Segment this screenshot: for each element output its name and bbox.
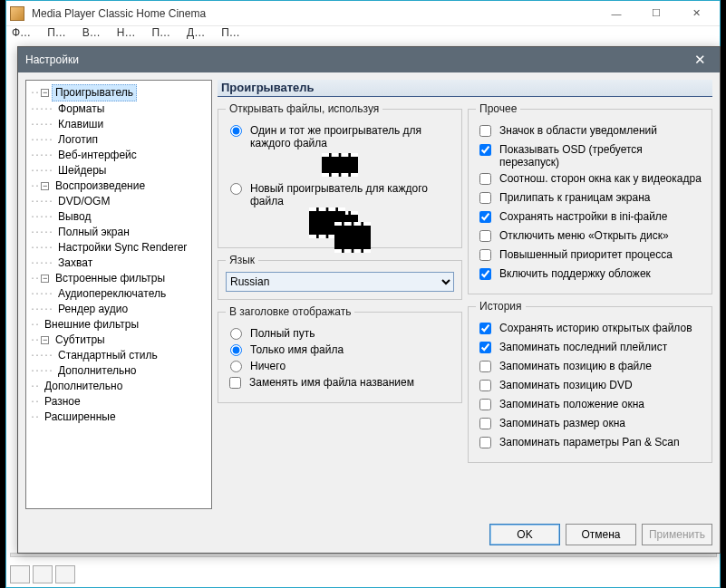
other-label-7: Включить поддержку обложек — [499, 267, 704, 280]
other-check-1[interactable] — [479, 144, 491, 156]
menu-item-1[interactable]: П… — [47, 26, 66, 44]
title-file-radio[interactable] — [230, 344, 242, 356]
tree-item[interactable]: ····· Рендер аудио — [28, 302, 209, 317]
tree-item[interactable]: ····· Стандартный стиль — [28, 348, 209, 363]
menu-item-5[interactable]: Д… — [187, 26, 205, 44]
tree-twisty-icon[interactable]: − — [41, 182, 49, 190]
other-check-7[interactable] — [479, 268, 491, 280]
tree-item[interactable]: ····· Логотип — [28, 132, 209, 148]
menu-item-6[interactable]: П… — [221, 26, 240, 44]
tree-item[interactable]: ··Внешние фильтры — [28, 317, 209, 333]
cancel-button[interactable]: Отмена — [566, 524, 636, 545]
tree-item-label: Стандартный стиль — [54, 348, 161, 363]
other-label-1: Показывать OSD (требуется перезапуск) — [499, 143, 704, 169]
open-new-label: Новый проигрыватель для каждого файла — [250, 182, 454, 207]
tree-item[interactable]: ····· DVD/OGM — [28, 194, 209, 209]
player-controls — [10, 565, 75, 583]
title-file-label: Только имя файла — [250, 343, 454, 356]
other-label-2: Соотнош. сторон окна как у видеокадра — [499, 172, 704, 185]
tree-item[interactable]: ····· Веб-интерфейс — [28, 148, 209, 163]
history-check-6[interactable] — [479, 437, 491, 448]
title-none-radio[interactable] — [230, 361, 242, 372]
history-check-5[interactable] — [479, 418, 491, 429]
tree-twisty-icon[interactable]: − — [41, 89, 49, 97]
tree-item[interactable]: ····· Вывод — [28, 209, 209, 225]
tree-item-label: Полный экран — [54, 225, 133, 240]
tree-item[interactable]: ··−Проигрыватель — [28, 84, 209, 101]
title-full-label: Полный путь — [250, 327, 454, 340]
tree-item-label: Встроенные фильтры — [52, 271, 169, 286]
tree-item-label: Дополнительно — [54, 363, 140, 379]
tree-item-label: Логотип — [54, 132, 102, 148]
tree-twisty-icon[interactable]: − — [41, 275, 49, 283]
title-display-legend: В заголовке отображать — [226, 305, 354, 318]
title-display-group: В заголовке отображать Полный путь Тольк… — [218, 305, 462, 403]
maximize-button[interactable]: ☐ — [636, 2, 676, 25]
other-check-5[interactable] — [479, 230, 491, 242]
tree-item-label: Вывод — [54, 209, 94, 225]
other-check-4[interactable] — [479, 211, 491, 223]
tree-item-label: Рендер аудио — [54, 302, 131, 317]
tree-item[interactable]: ··−Субтитры — [28, 333, 209, 348]
dialog-titlebar: Настройки ✕ — [18, 47, 720, 72]
tree-twisty-icon[interactable]: − — [41, 336, 49, 344]
tree-item[interactable]: ····· Шейдеры — [28, 163, 209, 178]
pause-button[interactable] — [33, 565, 53, 583]
tree-item[interactable]: ··Дополнительно — [28, 379, 209, 394]
other-check-0[interactable] — [479, 125, 491, 137]
title-replace-label: Заменять имя файла названием — [249, 376, 454, 389]
menu-item-4[interactable]: П… — [151, 26, 170, 44]
tree-item[interactable]: ····· Полный экран — [28, 225, 209, 240]
seek-scrubber[interactable] — [10, 553, 717, 562]
tree-item[interactable]: ··Расширенные — [28, 410, 209, 425]
panel-title: Проигрыватель — [218, 80, 712, 97]
language-group: Язык Russian — [218, 254, 462, 300]
stop-button[interactable] — [55, 565, 75, 583]
tree-item[interactable]: ····· Клавиши — [28, 117, 209, 132]
close-button[interactable]: ✕ — [676, 2, 716, 25]
history-group: История Сохранять историю открытых файло… — [468, 300, 712, 463]
menu-item-0[interactable]: Ф… — [12, 26, 31, 44]
history-check-4[interactable] — [479, 399, 491, 410]
settings-tree[interactable]: ··−Проигрыватель····· Форматы····· Клави… — [25, 80, 212, 509]
title-replace-check[interactable] — [229, 377, 241, 389]
open-same-radio[interactable] — [230, 125, 242, 137]
settings-dialog: Настройки ✕ ··−Проигрыватель····· Формат… — [17, 46, 721, 554]
main-titlebar: Media Player Classic Home Cinema — ☐ ✕ — [6, 1, 720, 26]
settings-panel: Проигрыватель Открывать файлы, используя… — [218, 80, 712, 509]
apply-button[interactable]: Применить — [642, 524, 712, 545]
other-check-2[interactable] — [479, 173, 491, 185]
history-check-3[interactable] — [479, 380, 491, 391]
other-label-5: Отключить меню «Открыть диск» — [499, 229, 704, 242]
other-legend: Прочее — [476, 102, 520, 115]
history-check-2[interactable] — [479, 361, 491, 372]
tree-item-label: Расширенные — [41, 410, 120, 425]
dialog-title: Настройки — [25, 53, 687, 66]
tree-item[interactable]: ····· Захват — [28, 255, 209, 271]
history-check-1[interactable] — [479, 342, 491, 353]
tree-item[interactable]: ····· Дополнительно — [28, 363, 209, 379]
history-label-2: Запоминать позицию в файле — [499, 360, 704, 372]
minimize-button[interactable]: — — [596, 2, 636, 25]
menu-item-2[interactable]: В… — [82, 26, 101, 44]
open-new-radio[interactable] — [230, 183, 242, 195]
tree-item-label: Клавиши — [54, 117, 107, 132]
tree-item-label: DVD/OGM — [54, 194, 113, 209]
dialog-close-button[interactable]: ✕ — [687, 47, 712, 72]
title-full-radio[interactable] — [230, 328, 242, 340]
language-select[interactable]: Russian — [226, 272, 454, 292]
play-button[interactable] — [10, 565, 30, 583]
tree-item[interactable]: ··−Воспроизведение — [28, 178, 209, 194]
tree-item[interactable]: ····· Настройки Sync Renderer — [28, 240, 209, 255]
menu-item-3[interactable]: Н… — [117, 26, 136, 44]
ok-button[interactable]: OK — [489, 524, 560, 545]
main-menubar: Ф…П…В…Н…П…Д…П… — [6, 26, 720, 44]
other-check-6[interactable] — [479, 249, 491, 261]
tree-item[interactable]: ····· Аудиопереключатель — [28, 286, 209, 302]
other-check-3[interactable] — [479, 192, 491, 204]
history-check-0[interactable] — [479, 323, 491, 334]
other-group: Прочее Значок в области уведомленийПоказ… — [468, 102, 712, 294]
tree-item[interactable]: ····· Форматы — [28, 101, 209, 117]
tree-item[interactable]: ··−Встроенные фильтры — [28, 271, 209, 286]
tree-item[interactable]: ··Разное — [28, 394, 209, 410]
